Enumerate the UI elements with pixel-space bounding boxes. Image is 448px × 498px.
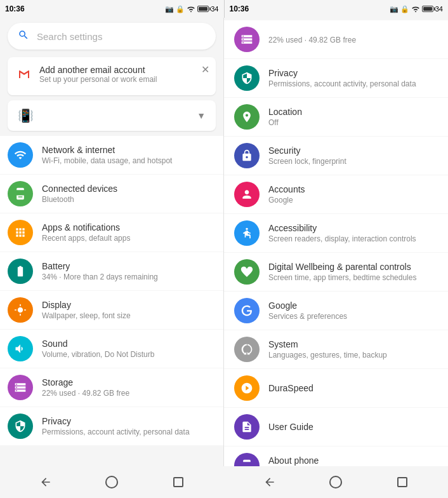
setting-userguide[interactable]: User Guide (224, 408, 448, 446)
wellbeing-texts: Digital Wellbeing & parental controls Sc… (268, 262, 416, 282)
setting-storage[interactable]: Storage 22% used · 49.82 GB free (0, 368, 223, 407)
connected-title: Connected devices (42, 184, 117, 194)
apps-title: Apps & notifications (42, 222, 130, 232)
battery-setting-icon (8, 259, 33, 284)
duraspeed-title: DuraSpeed (268, 383, 313, 393)
accounts-subtitle: Google (268, 196, 305, 205)
lock-icon-r: 🔒 (400, 5, 409, 13)
chevron-down-icon: ▼ (197, 111, 206, 121)
search-icon (18, 29, 29, 43)
accounts-icon (234, 182, 260, 207)
display-icon (8, 297, 33, 323)
network-subtitle: Wi-Fi, mobile, data usage, and hotspot (42, 156, 172, 165)
google-title: Google (268, 300, 347, 311)
setting-system[interactable]: System Languages, gestures, time, backup (224, 330, 448, 368)
accessibility-icon (234, 220, 260, 246)
location-subtitle: Off (268, 118, 302, 127)
setting-accounts[interactable]: Accounts Google (224, 175, 448, 213)
email-card-subtitle: Set up your personal or work email (39, 75, 157, 84)
accounts-title: Accounts (268, 184, 305, 194)
right-storage-icon (234, 27, 260, 52)
connected-devices-icon (8, 181, 33, 206)
battery-texts: Battery 34% · More than 2 days remaining (42, 261, 158, 281)
setting-security[interactable]: Security Screen lock, fingerprint (224, 137, 448, 175)
location-texts: Location Off (268, 107, 302, 127)
screenshot-icon: 📷 (165, 5, 174, 13)
setting-network[interactable]: Network & internet Wi-Fi, mobile, data u… (0, 136, 223, 174)
storage-texts: Storage 22% used · 49.82 GB free (42, 377, 129, 398)
sound-subtitle: Volume, vibration, Do Not Disturb (42, 350, 154, 359)
email-card-header: Add another email account Set up your pe… (15, 65, 208, 84)
apps-texts: Apps & notifications Recent apps, defaul… (42, 222, 130, 243)
duraspeed-texts: DuraSpeed (268, 383, 313, 393)
setting-connected-devices[interactable]: Connected devices Bluetooth (0, 175, 223, 213)
battery-icon-left (197, 6, 209, 12)
accessibility-subtitle: Screen readers, display, interaction con… (268, 234, 416, 243)
connected-texts: Connected devices Bluetooth (42, 184, 117, 204)
setting-duraspeed[interactable]: DuraSpeed (224, 369, 448, 407)
apps-subtitle: Recent apps, default apps (42, 234, 130, 243)
back-button[interactable] (36, 473, 55, 492)
aboutphone-title: About phone (268, 455, 319, 466)
email-card-texts: Add another email account Set up your pe… (39, 65, 157, 84)
bottom-nav (0, 466, 448, 498)
home-button-right[interactable] (326, 473, 345, 492)
setting-privacy-right[interactable]: Privacy Permissions, account activity, p… (224, 59, 448, 97)
battery-icon-right (422, 6, 433, 12)
setting-wellbeing[interactable]: Digital Wellbeing & parental controls Sc… (224, 253, 448, 291)
wellbeing-title: Digital Wellbeing & parental controls (268, 262, 416, 272)
privacy-left-title: Privacy (42, 416, 190, 426)
setting-battery[interactable]: Battery 34% · More than 2 days remaining (0, 252, 223, 290)
network-title: Network & internet (42, 145, 172, 155)
network-icon (8, 142, 33, 168)
privacy-right-subtitle: Permissions, account activity, personal … (268, 79, 416, 88)
display-texts: Display Wallpaper, sleep, font size (42, 300, 131, 320)
close-button[interactable]: ✕ (201, 64, 209, 76)
security-icon (234, 143, 260, 168)
google-subtitle: Services & preferences (268, 312, 347, 321)
screenshot-icon-r: 📷 (390, 5, 399, 13)
right-storage-texts: 22% used · 49.82 GB free (268, 34, 356, 44)
location-icon (234, 104, 260, 130)
security-subtitle: Screen lock, fingerprint (268, 157, 346, 166)
status-icons-left: 📷 🔒 34 (165, 5, 218, 13)
accounts-texts: Accounts Google (268, 184, 305, 205)
recent-button[interactable] (169, 473, 188, 492)
right-storage-top[interactable]: 22% used · 49.82 GB free (224, 20, 448, 58)
battery-text-left: 34 (211, 5, 218, 13)
security-title: Security (268, 145, 346, 156)
location-title: Location (268, 107, 302, 117)
battery-subtitle: 34% · More than 2 days remaining (42, 273, 158, 281)
left-settings-list: Network & internet Wi-Fi, mobile, data u… (0, 136, 223, 466)
gmail-icon (15, 65, 33, 83)
back-button-right[interactable] (260, 473, 279, 492)
google-icon (234, 298, 260, 323)
setting-display[interactable]: Display Wallpaper, sleep, font size (0, 291, 223, 329)
right-panel: 22% used · 49.82 GB free Privacy Permiss… (224, 18, 448, 466)
storage-subtitle: 22% used · 49.82 GB free (42, 389, 129, 398)
setting-aboutphone[interactable]: About phone IN1b (224, 447, 448, 466)
privacy-left-texts: Privacy Permissions, account activity, p… (42, 416, 190, 436)
google-texts: Google Services & preferences (268, 300, 347, 321)
wifi-icon-left (187, 5, 195, 13)
home-button[interactable] (102, 473, 121, 492)
right-settings-list: 22% used · 49.82 GB free Privacy Permiss… (224, 20, 448, 466)
search-bar[interactable]: Search settings (8, 23, 216, 50)
setting-sound[interactable]: Sound Volume, vibration, Do Not Disturb (0, 330, 223, 368)
setting-google[interactable]: Google Services & preferences (224, 292, 448, 330)
main-content: Search settings Add another email accoun… (0, 18, 448, 466)
recent-button-right[interactable] (393, 473, 412, 492)
duraspeed-icon (234, 375, 260, 401)
vibration-icon: 📳 (18, 108, 34, 123)
setting-apps[interactable]: Apps & notifications Recent apps, defaul… (0, 213, 223, 252)
privacy-right-texts: Privacy Permissions, account activity, p… (268, 68, 416, 88)
network-texts: Network & internet Wi-Fi, mobile, data u… (42, 145, 172, 165)
privacy-right-title: Privacy (268, 68, 416, 78)
setting-accessibility[interactable]: Accessibility Screen readers, display, i… (224, 214, 448, 252)
email-card[interactable]: Add another email account Set up your pe… (8, 57, 216, 95)
security-texts: Security Screen lock, fingerprint (268, 145, 346, 166)
setting-privacy-left[interactable]: Privacy Permissions, account activity, p… (0, 407, 223, 445)
system-icon (234, 337, 260, 362)
vibration-card[interactable]: 📳 ▼ (8, 100, 216, 131)
setting-location[interactable]: Location Off (224, 98, 448, 136)
